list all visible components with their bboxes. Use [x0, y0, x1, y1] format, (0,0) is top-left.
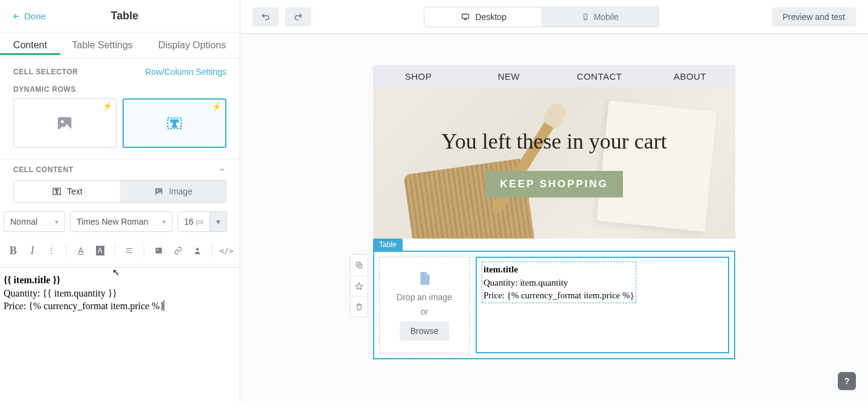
bolt-icon: ⚡ — [212, 102, 222, 111]
chevron-down-icon: ▾ — [216, 217, 220, 226]
email-preview: SHOP NEW CONTACT ABOUT You left these in… — [373, 65, 735, 359]
tab-table-settings[interactable]: Table Settings — [60, 33, 145, 58]
favorite-block-button[interactable] — [351, 275, 368, 296]
dynamic-rows-section: DYNAMIC ROWS — [0, 85, 240, 94]
text-editor[interactable]: ↖ {{ item.title }} Quantity: {{ item.qua… — [0, 268, 240, 319]
image-drop-cell[interactable]: Drop an image or Browse — [379, 257, 470, 353]
dynamic-rows-cards: ⚡ ⚡ T — [0, 94, 240, 159]
chevron-up-icon — [218, 165, 226, 174]
cell-content-image-button[interactable]: Image — [120, 181, 226, 202]
tab-display-options[interactable]: Display Options — [144, 33, 240, 58]
desktop-label: Desktop — [476, 12, 506, 22]
nav-contact[interactable]: CONTACT — [554, 65, 645, 88]
svg-point-13 — [585, 18, 586, 19]
text-placeholder-icon: T — [164, 114, 185, 132]
mobile-label: Mobile — [594, 12, 619, 22]
align-icon — [124, 246, 134, 255]
cell-content-header[interactable]: CELL CONTENT — [0, 159, 240, 180]
redo-icon — [293, 12, 304, 22]
nav-shop[interactable]: SHOP — [373, 65, 464, 88]
image-icon — [154, 246, 164, 255]
svg-rect-11 — [462, 14, 468, 18]
trash-icon — [355, 303, 363, 311]
history-controls — [252, 7, 311, 27]
cell-selector-section: CELL SELECTOR Row/Column Settings — [0, 59, 240, 85]
table-block[interactable]: Drop an image or Browse item.title Quant… — [373, 251, 735, 359]
font-size-stepper[interactable]: ▾ — [210, 211, 227, 232]
bold-button[interactable]: B — [5, 242, 22, 260]
code-view-button[interactable]: </> — [218, 242, 235, 260]
text-caret — [164, 300, 164, 311]
delete-block-button[interactable] — [351, 296, 368, 316]
separator — [115, 244, 115, 257]
bg-color-icon: A — [96, 246, 104, 255]
format-row: Normal▾ Times New Roman▾ 16 px ▾ — [0, 211, 240, 238]
text-icon: T — [51, 187, 62, 196]
text-style-value: Normal — [10, 217, 37, 226]
help-button[interactable]: ? — [838, 372, 856, 390]
keep-shopping-button[interactable]: KEEP SHOPPING — [485, 171, 622, 197]
panel-title: Table — [46, 10, 203, 22]
nav-about[interactable]: ABOUT — [645, 65, 735, 88]
dynamic-row-text-card[interactable]: ⚡ T — [123, 98, 227, 148]
link-icon — [173, 246, 183, 255]
block-actions — [350, 254, 368, 317]
text-cell[interactable]: item.title Quantity: item.quantity Price… — [476, 257, 729, 353]
desktop-view-button[interactable]: Desktop — [424, 7, 541, 27]
row-column-settings-link[interactable]: Row/Column Settings — [145, 67, 226, 77]
preview-line-3: Price: {% currency_format item.price %} — [483, 289, 634, 301]
or-text: or — [421, 307, 428, 316]
panel-header: Done Table — [0, 0, 240, 33]
preview-and-test-button[interactable]: Preview and test — [772, 7, 857, 27]
font-size-input[interactable]: 16 px — [177, 211, 210, 232]
svg-point-9 — [157, 249, 158, 251]
bg-color-button[interactable]: A — [92, 242, 109, 260]
preview-line-1: item.title — [483, 265, 518, 274]
chevron-down-icon: ▾ — [55, 218, 59, 226]
undo-button[interactable] — [252, 7, 279, 27]
more-formatting-button[interactable]: ⋮ — [43, 242, 60, 260]
table-block-wrapper: Table Drop an image or Browse item.title… — [373, 251, 735, 359]
mobile-view-button[interactable]: Mobile — [541, 7, 659, 27]
svg-text:T: T — [171, 117, 178, 129]
insert-person-button[interactable] — [189, 242, 206, 260]
left-panel: Done Table Content Table Settings Displa… — [0, 0, 240, 401]
align-button[interactable] — [121, 242, 138, 260]
hero-section[interactable]: You left these in your cart KEEP SHOPPIN… — [373, 88, 735, 239]
redo-button[interactable] — [285, 7, 311, 27]
separator — [144, 244, 144, 257]
svg-point-7 — [156, 190, 158, 191]
code-icon: </> — [219, 246, 233, 255]
separator — [211, 244, 212, 257]
browse-button[interactable]: Browse — [400, 321, 450, 341]
cell-content-label: CELL CONTENT — [13, 165, 74, 174]
dynamic-row-image-card[interactable]: ⚡ — [13, 98, 116, 148]
editor-line-1: {{ item.title }} — [4, 275, 60, 285]
font-color-button[interactable]: A — [72, 242, 89, 260]
preview-label: Preview and test — [783, 12, 846, 22]
person-icon — [193, 246, 202, 255]
font-family-value: Times New Roman — [77, 217, 148, 226]
cell-content-type-toggle: T Text Image — [13, 180, 226, 203]
canvas[interactable]: SHOP NEW CONTACT ABOUT You left these in… — [240, 34, 868, 401]
text-toolbar: B I ⋮ A A </> — [0, 238, 240, 268]
viewport-toggle: Desktop Mobile — [424, 7, 659, 27]
italic-button[interactable]: I — [24, 242, 41, 260]
help-icon: ? — [844, 376, 850, 386]
svg-text:T: T — [55, 189, 58, 194]
editor-line-2: Quantity: {{ item.quantity }} — [4, 287, 236, 300]
nav-new[interactable]: NEW — [464, 65, 554, 88]
font-family-select[interactable]: Times New Roman▾ — [70, 211, 173, 232]
cell-content-text-button[interactable]: T Text — [14, 181, 120, 202]
more-icon: ⋮ — [47, 246, 56, 256]
insert-link-button[interactable] — [170, 242, 187, 260]
svg-rect-8 — [156, 248, 162, 253]
duplicate-block-button[interactable] — [351, 255, 368, 275]
text-style-select[interactable]: Normal▾ — [4, 211, 65, 232]
document-icon — [416, 269, 432, 287]
insert-image-button[interactable] — [150, 242, 167, 260]
back-done-button[interactable]: Done — [12, 11, 46, 21]
image-icon — [153, 187, 164, 196]
image-btn-label: Image — [169, 187, 193, 196]
top-bar: Desktop Mobile Preview and test — [240, 0, 868, 34]
